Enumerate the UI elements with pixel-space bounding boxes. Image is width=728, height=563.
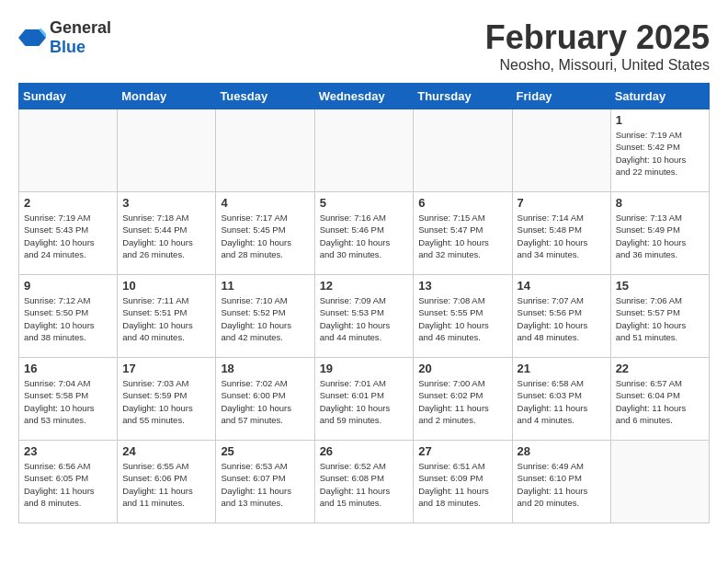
location-title: Neosho, Missouri, United States xyxy=(485,57,710,74)
day-info: Sunrise: 7:04 AM Sunset: 5:58 PM Dayligh… xyxy=(24,377,112,426)
calendar-cell: 23Sunrise: 6:56 AM Sunset: 6:05 PM Dayli… xyxy=(19,441,118,523)
calendar-cell: 26Sunrise: 6:52 AM Sunset: 6:08 PM Dayli… xyxy=(314,441,414,523)
calendar-cell xyxy=(314,109,414,192)
logo: General Blue xyxy=(18,18,111,57)
weekday-header: Monday xyxy=(118,84,216,109)
calendar-cell: 22Sunrise: 6:57 AM Sunset: 6:04 PM Dayli… xyxy=(610,358,709,441)
calendar-cell: 4Sunrise: 7:17 AM Sunset: 5:45 PM Daylig… xyxy=(216,192,314,275)
weekday-header: Thursday xyxy=(414,84,512,109)
day-info: Sunrise: 6:49 AM Sunset: 6:10 PM Dayligh… xyxy=(518,460,606,509)
title-area: February 2025 Neosho, Missouri, United S… xyxy=(485,18,710,74)
day-info: Sunrise: 7:18 AM Sunset: 5:44 PM Dayligh… xyxy=(122,212,210,260)
calendar-cell: 14Sunrise: 7:07 AM Sunset: 5:56 PM Dayli… xyxy=(512,275,610,358)
calendar-cell: 7Sunrise: 7:14 AM Sunset: 5:48 PM Daylig… xyxy=(512,192,610,275)
day-info: Sunrise: 6:55 AM Sunset: 6:06 PM Dayligh… xyxy=(122,460,210,509)
calendar-cell: 9Sunrise: 7:12 AM Sunset: 5:50 PM Daylig… xyxy=(19,275,118,358)
day-info: Sunrise: 7:00 AM Sunset: 6:02 PM Dayligh… xyxy=(418,377,506,426)
day-number: 22 xyxy=(616,362,704,375)
day-number: 17 xyxy=(122,362,210,375)
day-info: Sunrise: 7:17 AM Sunset: 5:45 PM Dayligh… xyxy=(221,212,309,260)
day-info: Sunrise: 7:07 AM Sunset: 5:56 PM Dayligh… xyxy=(518,294,606,343)
day-info: Sunrise: 6:53 AM Sunset: 6:07 PM Dayligh… xyxy=(221,460,309,509)
calendar-cell xyxy=(118,109,216,192)
calendar-cell: 18Sunrise: 7:02 AM Sunset: 6:00 PM Dayli… xyxy=(216,358,314,441)
day-info: Sunrise: 6:56 AM Sunset: 6:05 PM Dayligh… xyxy=(24,460,112,509)
calendar-cell xyxy=(19,109,118,192)
calendar-cell: 13Sunrise: 7:08 AM Sunset: 5:55 PM Dayli… xyxy=(414,275,512,358)
weekday-header: Saturday xyxy=(610,84,709,109)
day-number: 27 xyxy=(418,444,506,458)
day-info: Sunrise: 7:01 AM Sunset: 6:01 PM Dayligh… xyxy=(320,377,409,426)
calendar-cell: 24Sunrise: 6:55 AM Sunset: 6:06 PM Dayli… xyxy=(118,441,216,523)
day-info: Sunrise: 7:03 AM Sunset: 5:59 PM Dayligh… xyxy=(122,377,210,426)
day-info: Sunrise: 7:02 AM Sunset: 6:00 PM Dayligh… xyxy=(221,377,309,426)
day-number: 10 xyxy=(122,279,210,293)
day-number: 9 xyxy=(24,279,112,293)
calendar-header-row: SundayMondayTuesdayWednesdayThursdayFrid… xyxy=(19,84,710,109)
calendar-cell: 16Sunrise: 7:04 AM Sunset: 5:58 PM Dayli… xyxy=(19,358,118,441)
calendar-cell: 3Sunrise: 7:18 AM Sunset: 5:44 PM Daylig… xyxy=(118,192,216,275)
calendar-cell: 17Sunrise: 7:03 AM Sunset: 5:59 PM Dayli… xyxy=(118,358,216,441)
day-number: 11 xyxy=(221,279,309,293)
calendar-cell: 12Sunrise: 7:09 AM Sunset: 5:53 PM Dayli… xyxy=(314,275,414,358)
day-number: 8 xyxy=(616,196,704,210)
day-number: 15 xyxy=(616,279,704,293)
calendar-cell: 19Sunrise: 7:01 AM Sunset: 6:01 PM Dayli… xyxy=(314,358,414,441)
calendar-cell: 11Sunrise: 7:10 AM Sunset: 5:52 PM Dayli… xyxy=(216,275,314,358)
day-number: 26 xyxy=(320,444,409,458)
calendar-cell: 27Sunrise: 6:51 AM Sunset: 6:09 PM Dayli… xyxy=(414,441,512,523)
day-number: 2 xyxy=(24,196,112,210)
day-number: 18 xyxy=(221,362,309,375)
day-info: Sunrise: 7:14 AM Sunset: 5:48 PM Dayligh… xyxy=(518,212,606,260)
calendar-cell: 20Sunrise: 7:00 AM Sunset: 6:02 PM Dayli… xyxy=(414,358,512,441)
calendar-cell xyxy=(414,109,512,192)
month-title: February 2025 xyxy=(485,18,710,57)
calendar-week-row: 2Sunrise: 7:19 AM Sunset: 5:43 PM Daylig… xyxy=(19,192,710,275)
day-number: 13 xyxy=(418,279,506,293)
day-number: 23 xyxy=(24,444,112,458)
calendar-cell: 2Sunrise: 7:19 AM Sunset: 5:43 PM Daylig… xyxy=(19,192,118,275)
calendar: SundayMondayTuesdayWednesdayThursdayFrid… xyxy=(18,83,710,523)
day-info: Sunrise: 7:16 AM Sunset: 5:46 PM Dayligh… xyxy=(320,212,409,260)
day-number: 7 xyxy=(518,196,606,210)
day-info: Sunrise: 7:10 AM Sunset: 5:52 PM Dayligh… xyxy=(221,294,309,343)
day-number: 14 xyxy=(518,279,606,293)
day-info: Sunrise: 7:19 AM Sunset: 5:43 PM Dayligh… xyxy=(24,212,112,260)
logo-general: General xyxy=(50,18,111,37)
calendar-cell: 8Sunrise: 7:13 AM Sunset: 5:49 PM Daylig… xyxy=(610,192,709,275)
day-number: 16 xyxy=(24,362,112,375)
calendar-week-row: 1Sunrise: 7:19 AM Sunset: 5:42 PM Daylig… xyxy=(19,109,710,192)
weekday-header: Tuesday xyxy=(216,84,314,109)
day-info: Sunrise: 7:06 AM Sunset: 5:57 PM Dayligh… xyxy=(616,294,704,343)
calendar-week-row: 16Sunrise: 7:04 AM Sunset: 5:58 PM Dayli… xyxy=(19,358,710,441)
calendar-cell: 28Sunrise: 6:49 AM Sunset: 6:10 PM Dayli… xyxy=(512,441,610,523)
calendar-cell xyxy=(610,441,709,523)
logo-blue: Blue xyxy=(50,38,85,56)
day-info: Sunrise: 7:11 AM Sunset: 5:51 PM Dayligh… xyxy=(122,294,210,343)
calendar-cell: 10Sunrise: 7:11 AM Sunset: 5:51 PM Dayli… xyxy=(118,275,216,358)
day-info: Sunrise: 7:15 AM Sunset: 5:47 PM Dayligh… xyxy=(418,212,506,260)
day-number: 3 xyxy=(122,196,210,210)
day-number: 20 xyxy=(418,362,506,375)
day-number: 5 xyxy=(320,196,409,210)
calendar-cell: 21Sunrise: 6:58 AM Sunset: 6:03 PM Dayli… xyxy=(512,358,610,441)
calendar-cell xyxy=(216,109,314,192)
logo-icon xyxy=(18,24,46,52)
calendar-cell xyxy=(512,109,610,192)
calendar-cell: 25Sunrise: 6:53 AM Sunset: 6:07 PM Dayli… xyxy=(216,441,314,523)
logo-text: General Blue xyxy=(50,18,111,57)
day-number: 21 xyxy=(518,362,606,375)
weekday-header: Friday xyxy=(512,84,610,109)
day-number: 28 xyxy=(518,444,606,458)
day-info: Sunrise: 7:09 AM Sunset: 5:53 PM Dayligh… xyxy=(320,294,409,343)
day-info: Sunrise: 7:12 AM Sunset: 5:50 PM Dayligh… xyxy=(24,294,112,343)
weekday-header: Wednesday xyxy=(314,84,414,109)
day-number: 19 xyxy=(320,362,409,375)
day-number: 25 xyxy=(221,444,309,458)
day-info: Sunrise: 6:57 AM Sunset: 6:04 PM Dayligh… xyxy=(616,377,704,426)
day-info: Sunrise: 6:58 AM Sunset: 6:03 PM Dayligh… xyxy=(518,377,606,426)
day-info: Sunrise: 7:13 AM Sunset: 5:49 PM Dayligh… xyxy=(616,212,704,260)
calendar-cell: 6Sunrise: 7:15 AM Sunset: 5:47 PM Daylig… xyxy=(414,192,512,275)
calendar-week-row: 9Sunrise: 7:12 AM Sunset: 5:50 PM Daylig… xyxy=(19,275,710,358)
calendar-week-row: 23Sunrise: 6:56 AM Sunset: 6:05 PM Dayli… xyxy=(19,441,710,523)
